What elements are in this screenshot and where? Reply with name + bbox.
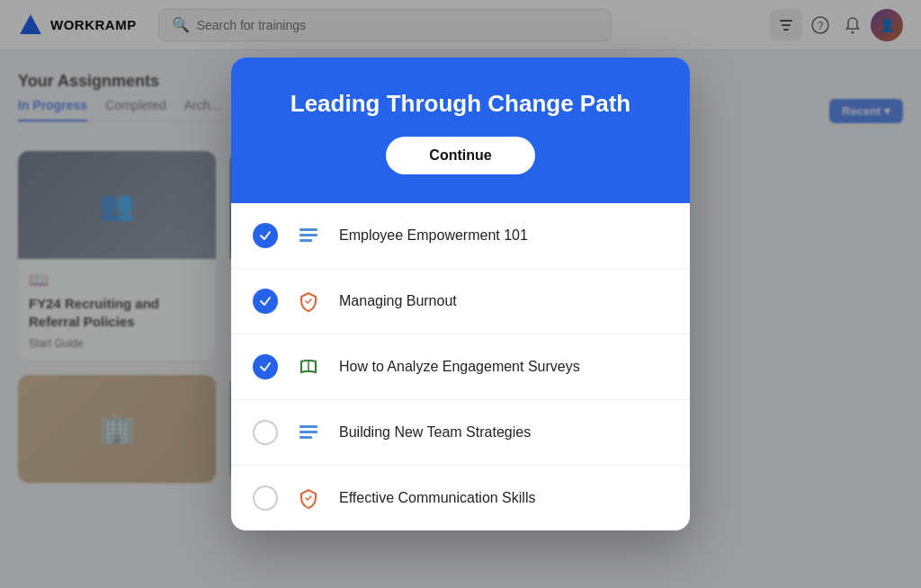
course-icon-5	[292, 482, 325, 514]
svg-rect-12	[300, 431, 317, 433]
course-icon-1	[292, 219, 325, 252]
modal-title: Leading Through Change Path	[267, 90, 654, 118]
course-name-3: How to Analyze Engagement Surveys	[339, 359, 580, 375]
course-item-3[interactable]: How to Analyze Engagement Surveys	[231, 334, 690, 400]
svg-rect-13	[300, 436, 312, 439]
svg-rect-11	[300, 425, 317, 428]
check-circle-2	[253, 289, 278, 314]
course-icon-3	[292, 351, 325, 383]
modal-dialog: Leading Through Change Path Continue	[231, 58, 690, 530]
course-item-2[interactable]: Managing Burnout	[231, 269, 690, 334]
course-item-1[interactable]: Employee Empowerment 101	[231, 203, 690, 269]
modal-overlay[interactable]: Leading Through Change Path Continue	[0, 0, 921, 588]
course-icon-4	[292, 416, 325, 449]
modal-header: Leading Through Change Path Continue	[231, 58, 690, 202]
course-name-2: Managing Burnout	[339, 293, 457, 309]
svg-rect-9	[300, 239, 312, 242]
check-circle-3	[253, 354, 278, 379]
modal-body: Employee Empowerment 101 Managing Burnou…	[231, 203, 690, 530]
course-item-4[interactable]: Building New Team Strategies	[231, 400, 690, 466]
check-circle-1	[253, 223, 278, 248]
course-name-1: Employee Empowerment 101	[339, 227, 528, 244]
course-name-5: Effective Communication Skills	[339, 490, 535, 506]
svg-rect-7	[300, 228, 317, 231]
svg-rect-8	[300, 234, 317, 236]
course-name-4: Building New Team Strategies	[339, 424, 531, 441]
continue-button[interactable]: Continue	[386, 137, 534, 174]
course-item-5[interactable]: Effective Communication Skills	[231, 466, 690, 530]
course-icon-2	[292, 285, 325, 317]
check-circle-5	[253, 486, 278, 511]
check-circle-4	[253, 420, 278, 445]
